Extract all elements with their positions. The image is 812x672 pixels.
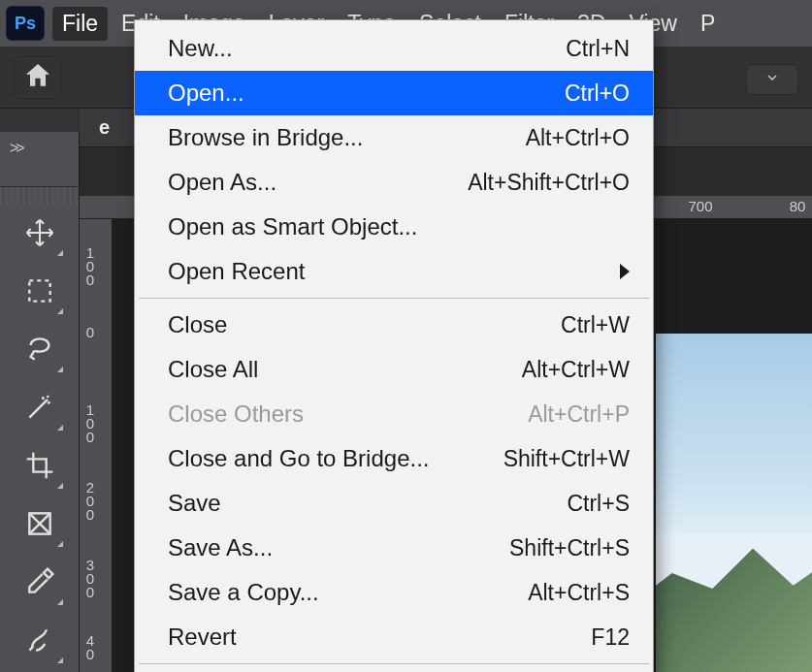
menu-item-shortcut: Shift+Ctrl+W <box>503 442 630 475</box>
menu-item-close-all[interactable]: Close AllAlt+Ctrl+W <box>135 347 653 392</box>
menu-item-label: Save a Copy... <box>168 576 319 609</box>
menu-separator <box>139 298 649 299</box>
document-tab[interactable]: e <box>99 116 110 139</box>
menu-item-label: Close <box>168 308 227 341</box>
menu-item-shortcut: Alt+Shift+Ctrl+O <box>468 166 630 199</box>
menu-item-shortcut: Ctrl+O <box>565 77 630 110</box>
submenu-corner-icon <box>57 657 63 663</box>
menu-item-shortcut: Ctrl+W <box>561 308 630 341</box>
menubar-item-p[interactable]: P <box>691 7 725 41</box>
menu-item-shortcut: Alt+Ctrl+O <box>526 121 630 154</box>
lasso-tool[interactable] <box>9 322 71 380</box>
submenu-corner-icon <box>57 425 63 431</box>
brush-heal-tool-icon <box>24 624 55 659</box>
menu-item-open-recent[interactable]: Open Recent <box>135 249 653 294</box>
menu-item-shortcut: Ctrl+N <box>566 32 630 65</box>
menu-item-close-others: Close OthersAlt+Ctrl+P <box>135 392 653 436</box>
magic-wand-tool[interactable] <box>9 380 71 438</box>
menu-item-label: Save <box>168 487 221 520</box>
menu-item-label: Close All <box>168 353 258 386</box>
menu-item-label: Open as Smart Object... <box>168 210 417 243</box>
menu-item-browse-in-bridge[interactable]: Browse in Bridge...Alt+Ctrl+O <box>135 115 653 160</box>
ruler-tick: 80 <box>790 198 806 214</box>
menu-item-shortcut: F12 <box>591 621 630 654</box>
menu-separator <box>139 663 649 664</box>
menu-item-export[interactable]: Export <box>135 668 653 672</box>
menu-item-shortcut: Ctrl+S <box>567 487 630 520</box>
marquee-tool[interactable] <box>9 264 71 322</box>
crop-tool[interactable] <box>9 438 71 496</box>
ruler-tick: 3 0 0 <box>81 559 99 599</box>
vertical-ruler: 1 0 001 0 02 0 03 0 04 0 <box>80 219 113 672</box>
ruler-tick: 2 0 0 <box>81 481 99 522</box>
menu-item-label: Close and Go to Bridge... <box>168 442 429 475</box>
menu-item-label: New... <box>168 32 233 65</box>
menubar-item-label: File <box>62 11 98 36</box>
submenu-corner-icon <box>57 250 63 256</box>
frame-tool-icon <box>24 508 55 543</box>
menu-item-revert[interactable]: RevertF12 <box>135 615 653 659</box>
frame-tool[interactable] <box>9 496 71 555</box>
submenu-arrow-icon <box>620 264 630 279</box>
menu-item-label: Browse in Bridge... <box>168 121 363 154</box>
magic-wand-tool-icon <box>24 392 55 427</box>
marquee-tool-icon <box>24 275 55 310</box>
home-icon <box>22 60 53 95</box>
menu-item-shortcut: Shift+Ctrl+S <box>509 531 630 564</box>
image-content <box>656 527 812 672</box>
brush-heal-tool[interactable] <box>9 613 71 671</box>
menu-item-close[interactable]: CloseCtrl+W <box>135 303 653 347</box>
workspace-switcher[interactable] <box>746 64 798 95</box>
menu-item-save-as[interactable]: Save As...Shift+Ctrl+S <box>135 526 653 570</box>
submenu-corner-icon <box>57 308 63 314</box>
chevron-down-icon <box>764 70 780 89</box>
eyedropper-tool[interactable] <box>9 555 71 613</box>
menubar-item-label: P <box>700 11 715 36</box>
toolbar-expand-button[interactable]: >> <box>0 138 79 163</box>
menu-item-label: Open... <box>168 77 244 110</box>
menu-item-open[interactable]: Open...Ctrl+O <box>135 71 653 115</box>
ruler-tick: 4 0 <box>81 634 99 661</box>
tools-panel: >> <box>0 132 80 672</box>
eyedropper-tool-icon <box>24 566 55 601</box>
home-button[interactable] <box>14 56 62 99</box>
ruler-tick: 0 <box>81 326 99 339</box>
submenu-corner-icon <box>57 483 63 489</box>
ruler-tick: 700 <box>688 198 712 214</box>
document-image <box>656 334 812 672</box>
menu-item-open-as[interactable]: Open As...Alt+Shift+Ctrl+O <box>135 160 653 205</box>
submenu-corner-icon <box>57 599 63 605</box>
file-menu: New...Ctrl+NOpen...Ctrl+OBrowse in Bridg… <box>134 19 654 672</box>
menu-item-shortcut: Alt+Ctrl+P <box>528 398 630 431</box>
svg-rect-0 <box>29 280 49 301</box>
ruler-tick: 1 0 0 <box>81 403 99 444</box>
menu-item-shortcut: Alt+Ctrl+S <box>528 576 630 609</box>
ruler-tick: 1 0 0 <box>81 246 99 287</box>
toolbar-divider <box>0 186 79 206</box>
move-tool-icon <box>24 217 55 252</box>
menu-item-label: Open As... <box>168 166 276 199</box>
menu-item-label: Save As... <box>168 531 273 564</box>
app-logo-text: Ps <box>15 14 36 34</box>
menu-item-shortcut: Alt+Ctrl+W <box>522 353 630 386</box>
move-tool[interactable] <box>9 206 71 264</box>
menu-item-label: Revert <box>168 621 237 654</box>
menu-item-label: Open Recent <box>168 255 305 288</box>
menu-item-save[interactable]: SaveCtrl+S <box>135 481 653 526</box>
app-logo: Ps <box>6 6 45 41</box>
menu-item-new[interactable]: New...Ctrl+N <box>135 26 653 71</box>
submenu-corner-icon <box>57 367 63 372</box>
double-chevron-icon: >> <box>10 140 22 156</box>
menu-item-close-and-go-to-bridge[interactable]: Close and Go to Bridge...Shift+Ctrl+W <box>135 436 653 481</box>
menu-item-label: Close Others <box>168 398 304 431</box>
crop-tool-icon <box>24 450 55 485</box>
menubar-item-file[interactable]: File <box>52 7 108 41</box>
menu-item-save-a-copy[interactable]: Save a Copy...Alt+Ctrl+S <box>135 570 653 615</box>
submenu-corner-icon <box>57 541 63 547</box>
menu-item-open-as-smart-object[interactable]: Open as Smart Object... <box>135 205 653 249</box>
lasso-tool-icon <box>24 334 55 368</box>
